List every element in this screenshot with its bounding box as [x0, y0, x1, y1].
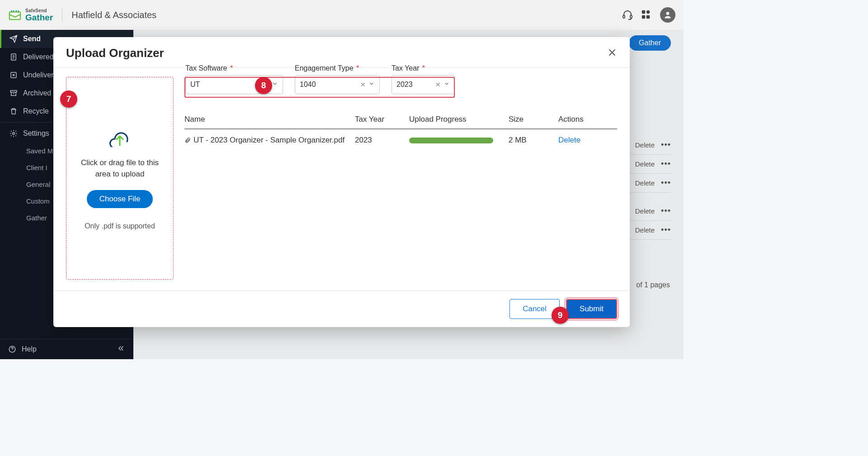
tax-year-value: 2023 [396, 81, 433, 89]
delete-file-action[interactable]: Delete [558, 136, 617, 145]
col-size: Size [509, 115, 558, 124]
close-icon[interactable] [607, 48, 617, 59]
clear-icon[interactable]: ✕ [435, 81, 441, 88]
engagement-type-value: 1040 [300, 81, 358, 89]
engagement-type-label: Engagement Type * [295, 64, 380, 72]
col-progress: Upload Progress [409, 115, 509, 124]
col-actions: Actions [558, 115, 617, 124]
tax-year-select[interactable]: 2023 ✕ [392, 75, 455, 94]
table-row: UT - 2023 Organizer - Sample Organizer.p… [184, 129, 617, 151]
modal-footer: Cancel Submit [53, 290, 630, 327]
uploaded-files-table: Name Tax Year Upload Progress Size Actio… [184, 111, 617, 151]
file-drop-area[interactable]: Click or drag file to this area to uploa… [66, 77, 174, 280]
annotation-badge-7: 7 [60, 90, 77, 108]
chevron-down-icon [368, 81, 375, 89]
file-size: 2 MB [509, 136, 558, 145]
submit-button[interactable]: Submit [566, 299, 617, 319]
modal-title: Upload Organizer [66, 46, 164, 60]
modal-header: Upload Organizer [53, 37, 630, 68]
file-tax-year: 2023 [355, 136, 409, 145]
drop-area-text: Click or drag file to this area to uploa… [73, 157, 167, 180]
annotation-badge-8: 8 [255, 77, 272, 94]
file-progress [409, 138, 509, 143]
annotation-badge-9: 9 [552, 307, 569, 324]
paperclip-icon [184, 136, 191, 144]
engagement-type-select[interactable]: 1040 ✕ [295, 75, 380, 94]
supported-format-text: Only .pdf is supported [85, 221, 155, 232]
clear-icon[interactable]: ✕ [360, 81, 366, 88]
col-name: Name [184, 115, 355, 124]
chevron-down-icon [272, 81, 278, 89]
tax-software-label: Tax Software * [185, 64, 283, 72]
tax-software-value: UT [190, 81, 261, 89]
tax-year-label: Tax Year * [392, 64, 455, 72]
file-name-text: UT - 2023 Organizer - Sample Organizer.p… [193, 136, 344, 145]
chevron-down-icon [443, 81, 450, 89]
choose-file-button[interactable]: Choose File [87, 190, 153, 208]
upload-organizer-modal: Upload Organizer Click or drag file to t… [53, 37, 630, 327]
upload-form-panel: Tax Software * UT ✕ Engagement Type * [184, 77, 617, 280]
file-name-cell: UT - 2023 Organizer - Sample Organizer.p… [184, 136, 355, 145]
cloud-upload-icon [105, 125, 134, 149]
col-tax-year: Tax Year [355, 115, 409, 124]
organizer-fields-row: Tax Software * UT ✕ Engagement Type * [184, 77, 455, 98]
progress-bar-fill [409, 138, 493, 143]
table-header: Name Tax Year Upload Progress Size Actio… [184, 111, 617, 129]
